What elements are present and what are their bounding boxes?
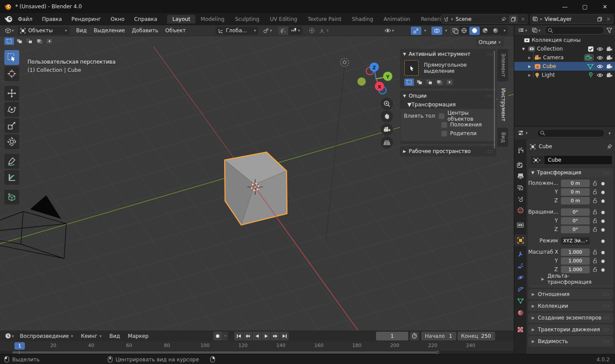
maximize-button[interactable]: ▢ (575, 0, 595, 13)
animate-dot[interactable]: ● (601, 267, 605, 272)
hide-eye-icon[interactable] (597, 55, 603, 60)
shading-rendered-button[interactable] (490, 27, 501, 35)
lock-icon[interactable] (593, 209, 598, 214)
tool-mode-subtract[interactable] (424, 78, 434, 86)
disclosure-down-icon[interactable]: ▼ (522, 47, 528, 51)
exclude-checkbox-icon[interactable] (588, 46, 594, 52)
viewport-options-dropdown[interactable]: Опции ▾ (475, 38, 504, 46)
workspace-panel-header[interactable]: ▶ Рабочее пространство :::: (400, 147, 496, 156)
tab-item[interactable]: Элемент (497, 49, 508, 82)
tool-select-box[interactable] (4, 50, 19, 65)
scrollbar-handle-icon[interactable] (435, 351, 441, 354)
tab-physics-properties[interactable] (514, 272, 526, 282)
disable-render-camera-icon[interactable] (606, 55, 612, 60)
scale-z-field[interactable]: 1.000 (561, 266, 590, 273)
scene-selector[interactable]: ▾ Scene ✕ (441, 14, 528, 24)
n-panel-scrollbar[interactable] (494, 51, 495, 149)
timeline-menu-marker[interactable]: Маркер (124, 333, 153, 339)
tool-mode-extend[interactable] (414, 78, 424, 86)
animate-dot[interactable]: ● (601, 198, 605, 203)
cube-row-selected[interactable]: ▶ Cube (514, 62, 615, 71)
tab-modifier-properties[interactable] (514, 248, 526, 259)
tool-move[interactable] (4, 86, 19, 101)
options-header[interactable]: ▼ Опции :::: (400, 92, 496, 100)
hide-eye-icon[interactable] (597, 73, 603, 78)
tool-measure[interactable] (4, 170, 19, 185)
scale-x-field[interactable]: 1.000 (561, 248, 590, 256)
tab-render-properties[interactable] (514, 160, 526, 170)
panel-grip-icon[interactable]: :::: (603, 339, 610, 344)
tab-object-properties[interactable] (514, 235, 526, 246)
tab-view[interactable]: Вид (497, 128, 508, 147)
rotation-x-field[interactable]: 0° (561, 208, 590, 216)
viewport-3d[interactable]: Пользовательская перспектива (1) Collect… (0, 36, 514, 330)
tool-transform[interactable] (4, 134, 19, 149)
light-object[interactable] (341, 58, 349, 67)
proportional-editing-toggle[interactable] (307, 27, 317, 35)
overlays-dropdown[interactable]: ▾ (442, 27, 449, 35)
tool-mode-invert[interactable] (434, 78, 444, 86)
timeline-menu-view[interactable]: Вид (106, 333, 124, 339)
panel-grip-icon[interactable]: :::: (603, 170, 610, 175)
panel-grip-icon[interactable]: :::: (603, 316, 610, 320)
light-row[interactable]: ▶ Light (514, 71, 615, 79)
workspace-tab-texture-paint[interactable]: Texture Paint (302, 15, 346, 24)
transform-orientation-dropdown[interactable]: Глоба... ▾ (215, 27, 258, 35)
falloff-dropdown[interactable]: ▾ (317, 27, 331, 35)
timeline-ruler[interactable]: 20 40 60 80 100 120 140 160 180 200 220 … (0, 341, 514, 351)
close-button[interactable]: ✕ (595, 0, 615, 13)
animate-dot[interactable]: ● (601, 259, 605, 263)
menu-edit[interactable]: Правка (37, 13, 67, 25)
next-keyframe-button[interactable] (271, 332, 280, 340)
delta-transform-subpanel[interactable]: ▶ Дельта-трансформация (528, 274, 613, 284)
tab-viewlayer-properties[interactable] (514, 182, 526, 193)
panel-grip-icon[interactable]: :::: (603, 292, 610, 296)
animate-dot[interactable]: ● (601, 218, 605, 223)
timeline-editor-type-button[interactable]: ▾ (3, 332, 16, 340)
hide-eye-icon[interactable] (597, 47, 603, 51)
viewport-menu-select[interactable]: Выделение (90, 27, 128, 34)
collections-panel[interactable]: ▶Коллекции:::: (528, 301, 613, 311)
blender-menu-icon[interactable] (3, 15, 13, 24)
transform-subpanel-header[interactable]: ▼ Трансформация (400, 100, 496, 109)
lock-icon[interactable] (593, 218, 598, 223)
snap-target-dropdown[interactable]: ▾ (288, 27, 302, 35)
gizmos-dropdown[interactable]: ▾ (421, 27, 428, 35)
scale-y-field[interactable]: 1.000 (561, 257, 590, 265)
properties-editor-type-button[interactable]: ▾ (516, 129, 530, 137)
toggle-ortho-button[interactable] (381, 136, 393, 149)
minimize-button[interactable]: — (555, 0, 575, 13)
active-tool-header[interactable]: ▼ Активный инструмент :::: (400, 50, 496, 58)
select-mode-invert[interactable] (34, 37, 44, 45)
auto-key-dropdown[interactable]: ▾ (222, 332, 228, 340)
shading-material-button[interactable] (480, 27, 490, 35)
use-preview-range-button[interactable] (410, 332, 419, 340)
show-overlays-toggle[interactable] (431, 27, 442, 35)
transform-panel-header[interactable]: ▼ Трансформация :::: (528, 168, 613, 177)
current-frame-indicator[interactable]: 1 (14, 342, 25, 350)
remove-viewlayer-button[interactable]: ✕ (604, 15, 613, 23)
select-mode-intersect[interactable] (44, 37, 54, 45)
disable-render-camera-icon[interactable] (606, 64, 612, 69)
workspace-tab-uv-editing[interactable]: UV Editing (265, 15, 303, 24)
object-name-input[interactable]: Cube (544, 155, 612, 165)
pan-button[interactable] (381, 110, 393, 122)
zoom-button[interactable] (381, 98, 393, 110)
tab-output-properties[interactable] (514, 171, 526, 181)
tool-mode-intersect[interactable] (444, 78, 454, 86)
tab-data-properties[interactable] (514, 296, 526, 306)
shading-wireframe-button[interactable] (459, 27, 469, 35)
disable-render-camera-icon[interactable] (606, 47, 612, 51)
menu-help[interactable]: Справка (129, 13, 162, 25)
viewport-menu-add[interactable]: Добавить (128, 27, 161, 34)
lock-icon[interactable] (593, 189, 598, 194)
current-frame-field[interactable]: 1 (376, 332, 408, 340)
collection-row[interactable]: ▼ Collection (514, 44, 615, 53)
menu-render[interactable]: Рендеринг (67, 13, 106, 25)
play-reverse-button[interactable] (253, 332, 261, 340)
timeline-menu-keying[interactable]: Кеинг▾ (77, 333, 105, 339)
parents-checkbox[interactable] (441, 131, 447, 136)
scene-collection-row[interactable]: Коллекция сцены (514, 36, 615, 44)
panel-grip-icon[interactable]: :::: (603, 304, 610, 308)
panel-grip-icon[interactable]: :::: (603, 327, 610, 332)
